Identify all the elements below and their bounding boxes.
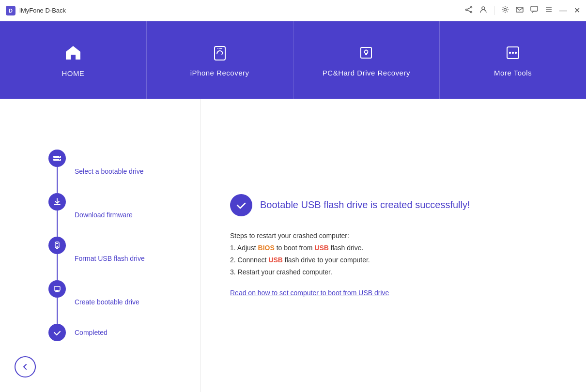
step-circle-3 — [48, 237, 66, 254]
step-download-firmware: Download firmware — [48, 193, 145, 237]
step2-text: 2. Connnect USB flash drive to your comp… — [230, 256, 370, 264]
svg-point-0 — [471, 7, 472, 8]
step-circle-2 — [48, 193, 66, 211]
refresh-icon — [211, 44, 229, 64]
menu-icon[interactable] — [545, 6, 553, 15]
chat-icon[interactable] — [530, 6, 538, 15]
nav-more-tools-label: More Tools — [494, 69, 532, 77]
nav-home-label: HOME — [62, 69, 84, 77]
svg-point-6 — [504, 9, 507, 11]
step3-text: 3. Restart your crashed computer. — [230, 268, 332, 276]
close-button[interactable]: ✕ — [574, 6, 580, 15]
main-content: Select a bootable drive Download firmwar… — [0, 99, 586, 392]
svg-point-28 — [57, 246, 58, 247]
svg-line-4 — [467, 10, 470, 12]
share-icon[interactable] — [465, 6, 473, 15]
nav-more-tools[interactable]: More Tools — [440, 21, 586, 99]
title-bar: D iMyFone D-Back — [0, 0, 586, 21]
step-label-4: Create bootable drive — [75, 298, 139, 306]
svg-rect-13 — [361, 47, 371, 58]
step-line-3 — [57, 254, 58, 280]
step-select-drive: Select a bootable drive — [48, 150, 145, 193]
step-label-3: Format USB flash drive — [75, 255, 145, 262]
step-create-bootable: Create bootable drive — [48, 280, 145, 324]
svg-rect-27 — [56, 243, 58, 244]
step-icon-wrap-3 — [48, 237, 66, 280]
svg-point-19 — [512, 51, 514, 53]
svg-point-5 — [482, 7, 485, 10]
app-logo: D — [6, 6, 15, 15]
title-bar-left: D iMyFone D-Back — [6, 6, 66, 15]
user-icon[interactable] — [479, 6, 487, 15]
step-icon-wrap-5 — [48, 324, 66, 341]
instructions-title: Steps to restart your crashed computer: — [230, 232, 349, 240]
step-circle-5 — [48, 324, 66, 341]
left-panel: Select a bootable drive Download firmwar… — [0, 99, 201, 392]
svg-point-24 — [59, 159, 60, 160]
separator — [494, 6, 494, 15]
key-icon — [357, 44, 375, 64]
svg-point-20 — [515, 51, 517, 53]
settings-icon[interactable] — [501, 6, 509, 15]
right-panel: Bootable USB flash drive is created succ… — [201, 99, 586, 392]
svg-point-14 — [365, 50, 368, 53]
success-header: Bootable USB flash drive is created succ… — [230, 194, 557, 216]
nav-bar: HOME iPhone Recovery PC&Hard Drive Recov… — [0, 21, 586, 99]
svg-point-2 — [471, 12, 472, 13]
title-bar-right: — ✕ — [465, 6, 580, 15]
svg-rect-7 — [516, 7, 523, 12]
mail-icon[interactable] — [516, 6, 524, 15]
more-tools-icon — [504, 44, 522, 64]
step-label-1: Select a bootable drive — [75, 167, 143, 175]
nav-pc-recovery[interactable]: PC&Hard Drive Recovery — [293, 21, 440, 99]
step-line-2 — [57, 211, 58, 237]
step-label-5: Completed — [75, 329, 108, 336]
step1-text: 1. Adjust BIOS to boot from USB flash dr… — [230, 244, 363, 252]
back-button[interactable] — [15, 356, 36, 377]
svg-line-3 — [467, 8, 470, 9]
step-icon-wrap-2 — [48, 193, 66, 237]
minimize-button[interactable]: — — [559, 6, 567, 15]
instructions-text: Steps to restart your crashed computer: … — [230, 230, 557, 279]
svg-rect-8 — [531, 6, 538, 11]
svg-point-18 — [509, 51, 511, 53]
step-line-4 — [57, 298, 58, 324]
svg-rect-30 — [54, 286, 60, 290]
svg-point-23 — [59, 156, 60, 157]
nav-iphone-recovery[interactable]: iPhone Recovery — [147, 21, 293, 99]
svg-rect-15 — [365, 53, 368, 54]
step-icon-wrap-1 — [48, 150, 66, 193]
step-circle-1 — [48, 150, 66, 167]
success-title: Bootable USB flash drive is created succ… — [260, 199, 470, 211]
step-line-1 — [57, 167, 58, 193]
step-completed: Completed — [48, 324, 145, 341]
steps-container: Select a bootable drive Download firmwar… — [48, 150, 145, 341]
step-circle-4 — [48, 280, 66, 298]
nav-home[interactable]: HOME — [0, 21, 147, 99]
svg-rect-16 — [365, 54, 367, 55]
svg-rect-32 — [55, 291, 60, 292]
read-more-link[interactable]: Read on how to set computer to boot from… — [230, 289, 557, 297]
nav-pc-label: PC&Hard Drive Recovery — [323, 69, 410, 77]
nav-iphone-label: iPhone Recovery — [190, 69, 249, 77]
step-label-2: Download firmware — [75, 211, 133, 219]
svg-rect-29 — [56, 248, 58, 249]
app-name: iMyFone D-Back — [19, 7, 66, 14]
success-check-icon — [230, 194, 252, 216]
step-icon-wrap-4 — [48, 280, 66, 324]
svg-point-1 — [466, 9, 467, 11]
home-icon — [63, 43, 83, 64]
step-format-usb: Format USB flash drive — [48, 237, 145, 280]
